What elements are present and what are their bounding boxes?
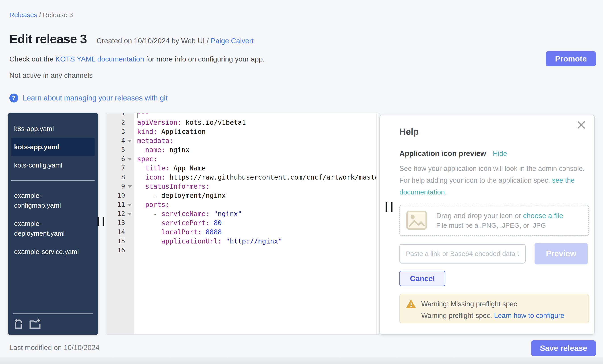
warning-body: Warning preflight-spec. bbox=[421, 312, 494, 320]
docs-suffix: for more info on configuring your app. bbox=[144, 55, 265, 63]
kots-yaml-docs-link[interactable]: KOTS YAML documentation bbox=[55, 55, 144, 63]
line-number: 10 bbox=[106, 191, 134, 200]
dropzone-label: Drag and drop your icon or bbox=[436, 212, 523, 220]
editor-gutter: 12345678910111213141516 bbox=[106, 113, 134, 334]
code-line[interactable]: name: nginx bbox=[134, 145, 380, 154]
section-title: Application icon preview bbox=[399, 149, 486, 158]
icon-dropzone[interactable]: Drag and drop your icon or choose a file… bbox=[399, 205, 589, 236]
help-description: See how your application icon will look … bbox=[399, 163, 595, 198]
channel-status: Not active in any channels bbox=[9, 71, 93, 79]
line-number: 7 bbox=[106, 164, 134, 173]
docs-line: Check out the KOTS YAML documentation fo… bbox=[9, 55, 265, 63]
file-group-divider bbox=[11, 180, 94, 181]
icon-url-input[interactable] bbox=[399, 244, 526, 264]
sidebar-bottom bbox=[8, 313, 98, 335]
code-line[interactable]: - serviceName: "nginx" bbox=[134, 209, 380, 218]
docs-prefix: Check out the bbox=[9, 55, 55, 63]
line-number: 6 bbox=[106, 154, 134, 164]
yaml-editor: 12345678910111213141516 ---apiVersion: k… bbox=[106, 113, 380, 335]
code-line[interactable]: title: App Name bbox=[134, 164, 380, 173]
sidebar-file-example-service.yaml[interactable]: example-service.yaml bbox=[11, 243, 94, 261]
file-name: k8s-app.yaml bbox=[14, 124, 54, 134]
fold-arrow-icon[interactable] bbox=[128, 158, 132, 161]
sidebar-file-kots-app.yaml[interactable]: kots-app.yaml bbox=[11, 138, 94, 156]
file-name: kots-config.yaml bbox=[14, 160, 62, 170]
line-number: 11 bbox=[106, 200, 134, 209]
promote-button[interactable]: Promote bbox=[546, 51, 596, 66]
editor-code-area[interactable]: ---apiVersion: kots.io/v1beta1kind: Appl… bbox=[134, 113, 380, 334]
file-name: example-configmap.yaml bbox=[14, 191, 84, 210]
editor-scrollbar[interactable] bbox=[376, 113, 380, 334]
bottom-strip bbox=[0, 357, 603, 364]
save-release-button[interactable]: Save release bbox=[531, 340, 596, 356]
code-line[interactable]: icon: https://raw.githubusercontent.com/… bbox=[134, 173, 380, 182]
file-list: k8s-app.yamlkots-app.yamlkots-config.yam… bbox=[8, 120, 98, 261]
edit-release-page: Releases / Release 3 Edit release 3 Crea… bbox=[0, 0, 603, 364]
code-line[interactable]: spec: bbox=[134, 154, 380, 164]
code-line[interactable]: ports: bbox=[134, 200, 380, 209]
code-line[interactable] bbox=[134, 246, 380, 255]
preflight-warning: Warning: Missing preflight spec Warning … bbox=[399, 294, 589, 323]
sidebar-file-kots-config.yaml[interactable]: kots-config.yaml bbox=[11, 156, 94, 175]
code-line[interactable]: servicePort: 80 bbox=[134, 218, 380, 227]
close-icon[interactable] bbox=[577, 120, 586, 130]
line-number: 8 bbox=[106, 173, 134, 182]
line-number: 14 bbox=[106, 227, 134, 237]
editor-cursor bbox=[137, 113, 138, 118]
line-number: 15 bbox=[106, 237, 134, 246]
last-modified-text: Last modified on 10/10/2024 bbox=[9, 343, 99, 352]
file-name: example-deployment.yaml bbox=[14, 219, 84, 238]
code-line[interactable]: --- bbox=[134, 113, 380, 118]
created-author-link[interactable]: Paige Calvert bbox=[211, 37, 254, 45]
editor-resize-handle[interactable] bbox=[386, 202, 393, 212]
editor-gutter-lines: 12345678910111213141516 bbox=[106, 113, 134, 255]
sidebar-file-example-configmap.yaml[interactable]: example-configmap.yaml bbox=[11, 187, 94, 215]
fold-arrow-icon[interactable] bbox=[128, 213, 132, 215]
title-row: Edit release 3 Created on 10/10/2024 by … bbox=[9, 32, 254, 46]
git-help-row: ? Learn about managing your releases wit… bbox=[9, 94, 167, 102]
page-title: Edit release 3 bbox=[9, 32, 87, 46]
question-mark-icon: ? bbox=[9, 94, 18, 102]
editor-code-lines: ---apiVersion: kots.io/v1beta1kind: Appl… bbox=[134, 113, 380, 255]
add-file-icon[interactable] bbox=[13, 319, 23, 329]
help-description-period: . bbox=[445, 188, 447, 196]
line-number: 3 bbox=[106, 127, 134, 136]
hide-link[interactable]: Hide bbox=[493, 150, 507, 158]
code-line[interactable]: metadata: bbox=[134, 136, 380, 145]
fold-arrow-icon[interactable] bbox=[128, 204, 132, 206]
choose-file-link[interactable]: choose a file bbox=[523, 212, 563, 220]
line-number: 9 bbox=[106, 182, 134, 191]
code-line[interactable]: applicationUrl: "http://nginx" bbox=[134, 237, 380, 246]
dropzone-text: Drag and drop your icon or choose a file… bbox=[436, 212, 563, 229]
code-line[interactable]: kind: Application bbox=[134, 127, 380, 136]
sidebar-resize-handle[interactable] bbox=[97, 217, 104, 226]
dropzone-filetypes: File must be a .PNG, .JPEG, or .JPG bbox=[436, 222, 563, 229]
sidebar-file-example-deployment.yaml[interactable]: example-deployment.yaml bbox=[11, 215, 94, 243]
add-folder-icon[interactable] bbox=[29, 319, 41, 329]
line-number: 4 bbox=[106, 136, 134, 145]
sidebar-file-k8s-app.yaml[interactable]: k8s-app.yaml bbox=[11, 120, 94, 138]
fold-arrow-icon[interactable] bbox=[128, 185, 132, 188]
cancel-button[interactable]: Cancel bbox=[399, 271, 445, 286]
fold-arrow-icon[interactable] bbox=[128, 140, 132, 142]
line-number: 12 bbox=[106, 209, 134, 218]
learn-configure-link[interactable]: Learn how to configure bbox=[494, 312, 564, 320]
breadcrumb-releases-link[interactable]: Releases bbox=[9, 11, 37, 19]
code-line[interactable]: - deployment/nginx bbox=[134, 191, 380, 200]
created-meta: Created on 10/10/2024 by Web UI / Paige … bbox=[97, 37, 254, 45]
help-panel: Help Application icon preview Hide See h… bbox=[379, 115, 595, 335]
breadcrumb-current: Release 3 bbox=[43, 11, 73, 19]
git-releases-link[interactable]: Learn about managing your releases with … bbox=[23, 94, 167, 102]
preview-button[interactable]: Preview bbox=[534, 243, 588, 265]
code-line[interactable]: statusInformers: bbox=[134, 182, 380, 191]
file-sidebar: k8s-app.yamlkots-app.yamlkots-config.yam… bbox=[8, 113, 98, 335]
icon-preview-section-header: Application icon preview Hide bbox=[399, 149, 588, 158]
file-name: kots-app.yaml bbox=[14, 142, 59, 152]
line-number: 5 bbox=[106, 145, 134, 154]
code-line[interactable]: apiVersion: kots.io/v1beta1 bbox=[134, 118, 380, 127]
line-number: 16 bbox=[106, 246, 134, 255]
help-title: Help bbox=[399, 127, 588, 137]
warning-title: Warning: Missing preflight spec bbox=[421, 300, 517, 308]
code-line[interactable]: localPort: 8888 bbox=[134, 227, 380, 237]
line-number: 13 bbox=[106, 218, 134, 227]
